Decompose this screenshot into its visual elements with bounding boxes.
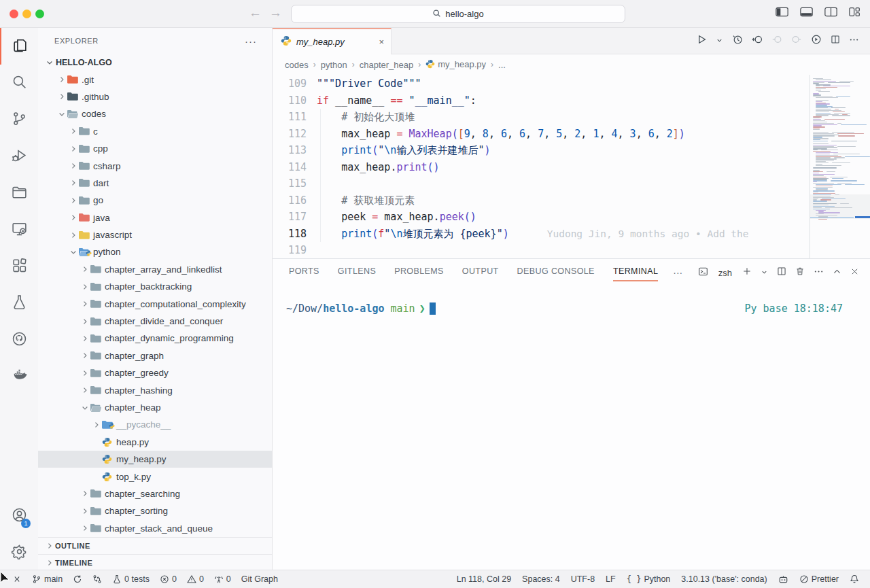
new-terminal-icon[interactable] [742, 266, 752, 279]
maximize-panel-icon[interactable] [833, 266, 841, 279]
activity-item-accounts[interactable]: 1 [0, 498, 38, 534]
split-editor-icon[interactable] [831, 35, 840, 47]
activity-item-testing[interactable] [0, 285, 38, 322]
activity-item-search[interactable] [0, 65, 38, 101]
customize-layout-icon[interactable] [849, 7, 860, 17]
status-git-graph[interactable]: Git Graph [241, 574, 278, 584]
tree-item-chapter_dynamic_programming[interactable]: chapter_dynamic_programming [38, 330, 272, 347]
explorer-more-actions-icon[interactable]: ··· [245, 35, 257, 47]
minimap[interactable] [810, 75, 870, 258]
panel-tab-gitlens[interactable]: GITLENS [338, 264, 376, 281]
tree-item-chapter_greedy[interactable]: chapter_greedy [38, 364, 272, 381]
tree-item-.github[interactable]: .github [38, 88, 272, 105]
kill-terminal-icon[interactable] [795, 266, 805, 279]
command-center-search[interactable]: hello-algo [291, 5, 625, 23]
status-python-interpreter[interactable]: 3.10.13 ('base': conda) [681, 574, 767, 584]
forward-button[interactable]: → [269, 5, 282, 20]
tree-item-codes[interactable]: codes [38, 105, 272, 122]
run-icon[interactable] [696, 34, 707, 48]
tree-item-dart[interactable]: dart [38, 175, 272, 192]
breadcrumb-item-codes[interactable]: codes [285, 60, 309, 70]
status-git-branch[interactable]: main [32, 574, 63, 584]
tree-item-top_k.py[interactable]: top_k.py [38, 468, 272, 485]
terminal-profile-icon[interactable] [698, 266, 708, 279]
status-indentation[interactable]: Spaces: 4 [522, 574, 560, 584]
tree-item-chapter_computational_complexity[interactable]: chapter_computational_complexity [38, 295, 272, 312]
panel-tab-problems[interactable]: PROBLEMS [394, 264, 444, 281]
tree-item-.git[interactable]: .git [38, 71, 272, 88]
status-test-results[interactable]: 0 tests [112, 574, 150, 584]
activity-item-remote-explorer[interactable] [0, 211, 38, 248]
tab-my-heap-py[interactable]: my_heap.py × [273, 28, 392, 54]
status-remote-indicator[interactable] [12, 574, 22, 584]
tree-item-java[interactable]: java [38, 209, 272, 226]
prev-change-icon[interactable] [771, 34, 782, 48]
status-warnings[interactable]: 0 [187, 574, 204, 584]
status-encoding[interactable]: UTF-8 [571, 574, 595, 584]
status-errors[interactable]: 0 [160, 574, 177, 584]
more-actions-icon[interactable] [849, 35, 859, 48]
toggle-sidebar-icon[interactable] [776, 7, 788, 17]
tree-item-go[interactable]: go [38, 192, 272, 209]
code-editor[interactable]: 109110111112113114115116117118119 """Dri… [273, 75, 870, 258]
tree-item-c[interactable]: c [38, 123, 272, 140]
run-dropdown-icon[interactable] [716, 35, 723, 47]
panel-tab-output[interactable]: OUTPUT [462, 264, 499, 281]
activity-item-docker[interactable] [0, 358, 38, 395]
tree-item-chapter_array_and_linkedlist[interactable]: chapter_array_and_linkedlist [38, 261, 272, 278]
terminal-shell-label[interactable]: zsh [718, 268, 732, 278]
close-panel-icon[interactable] [850, 266, 859, 279]
open-changes-icon[interactable] [752, 34, 763, 48]
panel-tab-terminal[interactable]: TERMINAL [613, 264, 658, 281]
activity-item-source-control[interactable] [0, 101, 38, 138]
tree-item-chapter_hashing[interactable]: chapter_hashing [38, 381, 272, 398]
status-language-mode[interactable]: { }Python [627, 574, 671, 584]
zoom-window-button[interactable] [35, 10, 44, 18]
activity-item-project-manager[interactable] [0, 175, 38, 211]
tree-item-cpp[interactable]: cpp [38, 140, 272, 157]
activity-item-settings[interactable] [0, 534, 38, 571]
tree-item-chapter_sorting[interactable]: chapter_sorting [38, 502, 272, 519]
terminal[interactable]: ~/Dow/hello-algo main❯ Py base 18:18:47 [273, 286, 870, 571]
status-git-compare[interactable] [92, 574, 102, 584]
activity-item-github[interactable] [0, 322, 38, 358]
minimize-window-button[interactable] [22, 10, 31, 18]
tree-item-chapter_searching[interactable]: chapter_searching [38, 485, 272, 502]
tree-item-javascript[interactable]: javascript [38, 226, 272, 243]
breadcrumb-item-python[interactable]: python [321, 60, 347, 70]
tree-item-chapter_heap[interactable]: chapter_heap [38, 399, 272, 416]
close-tab-icon[interactable]: × [379, 37, 384, 47]
status-sync-changes[interactable] [73, 574, 82, 584]
breadcrumb-item-chapter_heap[interactable]: chapter_heap [360, 60, 414, 70]
status-prettier[interactable]: Prettier [799, 574, 839, 584]
tree-item-chapter_divide_and_conquer[interactable]: chapter_divide_and_conquer [38, 313, 272, 330]
panel-tab-ports[interactable]: PORTS [289, 264, 319, 281]
panel-tab-debug-console[interactable]: DEBUG CONSOLE [517, 264, 595, 281]
panel-more-actions-icon[interactable] [814, 266, 824, 279]
split-terminal-icon[interactable] [777, 266, 786, 279]
tree-item-heap.py[interactable]: heap.py [38, 434, 272, 451]
tree-item-chapter_backtracking[interactable]: chapter_backtracking [38, 278, 272, 295]
launch-profile-dropdown-icon[interactable] [761, 266, 768, 279]
toggle-panel-icon[interactable] [800, 7, 813, 17]
tree-item-csharp[interactable]: csharp [38, 157, 272, 174]
tree-item-my_heap.py[interactable]: my_heap.py [38, 451, 272, 468]
status-notifications[interactable] [850, 574, 859, 584]
activity-item-explorer[interactable] [0, 28, 38, 65]
tree-root-hello-algo[interactable]: HELLO-ALGO [38, 54, 272, 71]
panel-more-tabs-icon[interactable]: ··· [673, 267, 682, 278]
tree-item-__pycache__[interactable]: __pycache__ [38, 416, 272, 433]
status-eol[interactable]: LF [606, 574, 616, 584]
sidebar-section-outline[interactable]: OUTLINE [38, 537, 272, 554]
breadcrumb-item--[interactable]: ... [498, 60, 506, 70]
status-cursor-position[interactable]: Ln 118, Col 29 [457, 574, 511, 584]
status-broadcast-count[interactable]: 0 [214, 574, 231, 584]
sidebar-section-timeline[interactable]: TIMELINE [38, 554, 272, 571]
activity-item-run-debug[interactable] [0, 138, 38, 175]
tree-item-python[interactable]: python [38, 243, 272, 260]
tree-item-chapter_stack_and_queue[interactable]: chapter_stack_and_queue [38, 520, 272, 537]
back-button[interactable]: ← [249, 5, 262, 20]
file-history-icon[interactable] [732, 34, 743, 48]
gitlens-graph-icon[interactable] [811, 34, 822, 48]
close-window-button[interactable] [10, 10, 18, 18]
